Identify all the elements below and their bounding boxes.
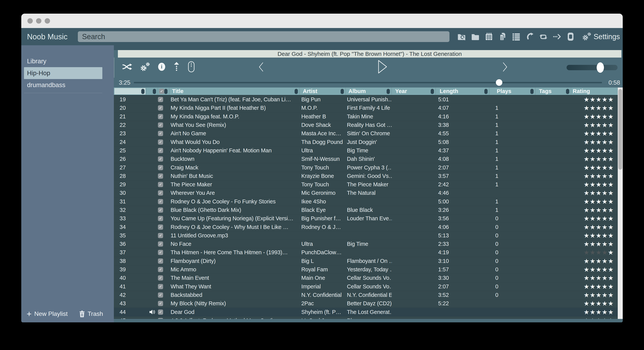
star-icon[interactable]: ★ [602,309,608,315]
cell-rating[interactable]: ★★★★★ [571,180,618,189]
track-row-24[interactable]: 24✓What Would You DoTha Dogg PoundJust D… [114,138,618,146]
sidebar-item-drumandbass[interactable]: drumandbass [21,79,114,91]
star-icon[interactable]: ★ [596,105,602,111]
star-icon[interactable]: ★ [602,96,608,103]
star-icon[interactable]: ★ [584,241,590,247]
row-checkbox[interactable]: ✓ [158,172,170,180]
star-icon[interactable]: ★ [590,249,596,256]
row-checkbox[interactable]: ✓ [158,121,170,129]
folder-icon[interactable] [471,33,480,41]
track-row-45[interactable]: 45✓4,3,2,1 (feat. Redman, Method Man, Ca… [114,316,618,319]
row-checkbox[interactable]: ✓ [158,274,170,282]
star-icon[interactable]: ★ [608,190,614,196]
star-icon[interactable]: ★ [584,224,590,230]
star-icon[interactable]: ★ [596,122,602,128]
cell-rating[interactable]: ★★★★★ [571,214,618,223]
star-icon[interactable]: ★ [596,309,602,315]
star-icon[interactable]: ★ [590,275,596,281]
seek-bar[interactable] [134,82,602,83]
star-icon[interactable]: ★ [584,130,590,137]
row-checkbox[interactable]: ✓ [158,104,170,112]
column-header-col0[interactable] [114,88,146,95]
star-icon[interactable]: ★ [608,130,614,137]
cell-rating[interactable]: ★★★★★ [571,129,618,138]
track-row-26[interactable]: 26✓BucktownSmif-N-WessunDah Shinin'4:081… [114,155,618,163]
star-icon[interactable]: ★ [590,215,596,222]
star-icon[interactable]: ★ [590,309,596,315]
cell-rating[interactable]: ★★★★★ [571,223,618,231]
star-icon[interactable]: ★ [608,147,614,154]
cell-rating[interactable]: ★★★★★ [571,274,618,282]
star-icon[interactable]: ★ [590,199,596,205]
sync-icon[interactable] [539,33,548,41]
star-icon[interactable]: ★ [584,232,590,239]
star-icon[interactable]: ★ [602,199,608,205]
star-icon[interactable]: ★ [590,147,596,154]
star-icon[interactable]: ★ [608,232,614,239]
star-icon[interactable]: ★ [602,113,608,120]
up-arrow-icon[interactable] [173,62,180,72]
star-icon[interactable]: ★ [602,105,608,111]
track-row-31[interactable]: 31✓Rodney O & Joe Cooley - Fo Funky Stor… [114,198,618,206]
cell-rating[interactable]: ★★★★★ [571,308,618,316]
column-header-length[interactable]: Length [436,88,490,95]
track-row-19[interactable]: 19✓Bet Ya Man Can't (Triz) (feat. Fat Jo… [114,95,618,104]
row-checkbox[interactable]: ✓ [158,198,170,206]
cell-rating[interactable]: ★★★★★ [571,206,618,214]
sidebar-item-hip-hop[interactable]: Hip-Hop [24,67,102,79]
star-icon[interactable]: ★ [596,283,602,290]
scrollbar-thumb[interactable] [618,89,622,170]
star-icon[interactable]: ★ [608,275,614,281]
track-row-39[interactable]: 39✓Mic AmmoRoyal FamYesterday, Today …1:… [114,265,618,274]
star-icon[interactable]: ★ [584,309,590,315]
star-icon[interactable]: ★ [602,122,608,128]
sidebar-item-library[interactable]: Library [21,55,114,67]
star-icon[interactable]: ★ [608,249,614,256]
cell-rating[interactable]: ★★★★★ [571,112,618,121]
star-icon[interactable]: ★ [584,113,590,120]
track-row-23[interactable]: 23✓Ain't No GameMasta Ace Inc…Sittin' On… [114,129,618,138]
track-row-44[interactable]: 44✓Dear GodShyheim (ft. P…The Lost Gener… [114,308,618,316]
cell-rating[interactable]: ★★★★★ [571,189,618,197]
track-row-33[interactable]: 33✓You Came Up (Featuring Noriega) (Expl… [114,214,618,223]
star-icon[interactable]: ★ [602,147,608,154]
track-row-28[interactable]: 28✓Nuthin' But MusicKrayzie BoneGemini: … [114,172,618,180]
star-icon[interactable]: ★ [608,258,614,264]
star-icon[interactable]: ★ [596,241,602,247]
cell-rating[interactable]: ★★★★★ [571,231,618,240]
star-icon[interactable]: ★ [608,224,614,230]
star-icon[interactable]: ★ [584,122,590,128]
star-icon[interactable]: ★ [584,139,590,145]
shuffle-icon[interactable] [122,63,132,71]
cell-rating[interactable]: ★★★★★ [571,121,618,129]
star-icon[interactable]: ★ [596,139,602,145]
star-icon[interactable]: ★ [602,317,608,319]
star-icon[interactable]: ★ [608,96,614,103]
star-icon[interactable]: ★ [608,283,614,290]
star-icon[interactable]: ★ [602,275,608,281]
star-icon[interactable]: ★ [608,266,614,273]
row-checkbox[interactable]: ✓ [158,265,170,274]
cell-rating[interactable]: ★★★★★ [571,146,618,155]
new-playlist-button[interactable]: + New Playlist [27,310,68,317]
mouse-icon[interactable] [188,61,195,73]
star-icon[interactable]: ★ [596,113,602,120]
row-checkbox[interactable]: ✓ [158,308,170,316]
star-icon[interactable]: ★ [596,266,602,273]
star-icon[interactable]: ★ [596,190,602,196]
cell-rating[interactable]: ★★★★★ [571,104,618,112]
star-icon[interactable]: ★ [596,292,602,298]
star-icon[interactable]: ★ [608,181,614,188]
volume-slider[interactable] [566,65,618,70]
cell-rating[interactable]: ★★★★★ [571,316,618,319]
column-header-rating[interactable]: Rating [571,88,618,95]
row-checkbox[interactable]: ✓ [158,231,170,240]
star-icon[interactable]: ★ [590,105,596,111]
track-row-41[interactable]: 41✓What They WantImperialCellar Sounds V… [114,282,618,291]
cell-rating[interactable]: ★★★★★ [571,248,618,257]
row-checkbox[interactable]: ✓ [158,138,170,146]
cell-rating[interactable]: ★★★★★ [571,282,618,291]
star-icon[interactable]: ★ [602,215,608,222]
track-row-22[interactable]: 22✓What You See (Remix)Dove ShackReality… [114,121,618,129]
track-row-37[interactable]: 37✓Tha Hitmen - Here Come Tha Hitmen - (… [114,248,618,257]
